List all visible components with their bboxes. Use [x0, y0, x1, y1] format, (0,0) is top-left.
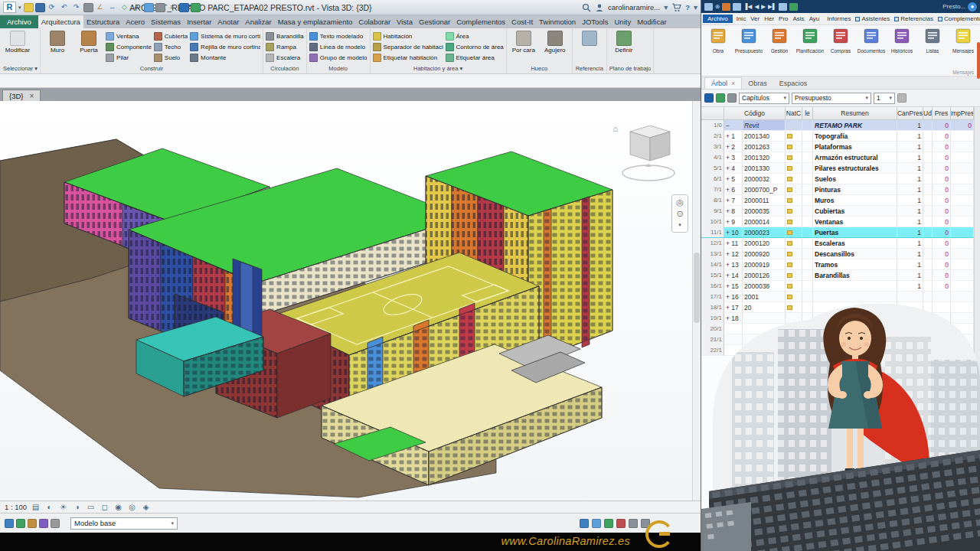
- budget-row[interactable]: 1/0−RevitRETAMO PARK100: [701, 120, 974, 131]
- viewport-scrollbar[interactable]: [692, 101, 701, 500]
- save-icon[interactable]: [704, 3, 713, 11]
- reference-plane-icon-button[interactable]: [575, 29, 604, 47]
- budget-row[interactable]: 6/1+ 52000032Suelos10: [701, 174, 974, 184]
- menu-asis[interactable]: Asis: [791, 15, 807, 23]
- viewcube-home-icon[interactable]: ⌂: [612, 124, 618, 133]
- window-icon[interactable]: [733, 3, 741, 11]
- rea-button[interactable]: Área: [446, 31, 504, 41]
- editable-only-icon[interactable]: [5, 519, 14, 528]
- etiquetar-rea-button[interactable]: Etiquetar área: [446, 53, 504, 63]
- budget-row[interactable]: 8/1+ 72000011Muros10: [701, 195, 974, 206]
- puerta-button[interactable]: Puerta: [74, 29, 103, 54]
- ribbon-tab-analizar[interactable]: Analizar: [242, 15, 274, 28]
- budget-row[interactable]: 14/1+ 132000919Tramos10: [701, 259, 974, 270]
- budget-row[interactable]: 19/1+ 18: [701, 313, 974, 324]
- measure-icon[interactable]: ∠: [95, 2, 106, 12]
- budget-row[interactable]: 10/1+ 92000014Ventanas10: [701, 217, 974, 227]
- rampa-button[interactable]: Rampa: [266, 42, 304, 52]
- user-icon[interactable]: [595, 3, 604, 12]
- sistema-de-muro-cortina-button[interactable]: Sistema de muro cortina: [190, 31, 260, 41]
- visual-style-icon[interactable]: ◐: [44, 503, 54, 511]
- scrollbar-thumb[interactable]: [694, 253, 700, 323]
- text-icon[interactable]: A: [132, 2, 142, 12]
- ribbon-tab-gestionar[interactable]: Gestionar: [416, 15, 453, 28]
- filter-icon[interactable]: [604, 519, 613, 528]
- suelo-button[interactable]: Suelo: [154, 53, 188, 63]
- navbar-caret-icon[interactable]: ▾: [678, 220, 681, 230]
- print-icon[interactable]: [83, 3, 93, 12]
- tree-view-icon[interactable]: [704, 93, 714, 103]
- reveal-hidden-icon[interactable]: ◎: [127, 503, 137, 511]
- select-pinned-icon[interactable]: [39, 519, 48, 528]
- panel-label-circulaci-n[interactable]: Circulación: [266, 64, 304, 73]
- budget-row[interactable]: 7/1+ 62000700_PPinturas10: [701, 184, 974, 195]
- ribbon-tab-arquitectura[interactable]: Arquitectura: [38, 15, 83, 28]
- muro-button[interactable]: Muro: [43, 29, 72, 54]
- column-header-c-digo[interactable]: Código: [724, 107, 786, 119]
- contorno-de-rea-button[interactable]: Contorno de área: [446, 42, 504, 52]
- budget-row[interactable]: 15/1+ 142000126Barandillas10: [701, 270, 974, 281]
- planificaci-n-button[interactable]: Planificación: [795, 28, 825, 67]
- budget-row[interactable]: 21/1: [701, 334, 974, 345]
- menu-toggle-referencias[interactable]: Referencias: [892, 15, 936, 23]
- plugin-green-icon[interactable]: [191, 3, 201, 12]
- column-header-pres[interactable]: Pres: [933, 107, 951, 119]
- por-cara-button[interactable]: Por cara: [509, 29, 538, 54]
- link-icon[interactable]: [789, 3, 798, 11]
- ribbon-tab-modificar[interactable]: Modificar: [634, 15, 670, 28]
- crop-view-icon[interactable]: ▭: [86, 503, 96, 511]
- budget-row[interactable]: 2/1+ 12001340Topografía10: [701, 131, 974, 142]
- app-store-cart-icon[interactable]: [671, 3, 681, 12]
- refresh-icon[interactable]: [897, 93, 906, 103]
- budget-row[interactable]: 12/1+ 112000120Escaleras10: [701, 238, 974, 249]
- design-option-select[interactable]: Modelo base ▾: [70, 517, 178, 530]
- ribbon-tab-archivo[interactable]: Archivo: [0, 15, 38, 28]
- show-crop-region-icon[interactable]: ◻: [100, 503, 109, 511]
- last-record-icon[interactable]: ▶▌: [768, 2, 776, 11]
- budget-row[interactable]: 5/1+ 42001330Pilares estructurales10: [701, 163, 974, 174]
- budget-row[interactable]: 4/1+ 32001320Armazón estructural10: [701, 152, 974, 163]
- panel-label-referencia[interactable]: Referencia: [575, 64, 604, 73]
- view-tab-3d[interactable]: {3D} ×: [2, 90, 41, 101]
- budget-row[interactable]: 13/1+ 122000920Descansillos10: [701, 249, 974, 259]
- select-links-icon[interactable]: [16, 519, 25, 528]
- cubierta-button[interactable]: Cubierta: [154, 31, 188, 41]
- help-caret-icon[interactable]: ▾: [694, 3, 697, 11]
- panel-label-hue-co[interactable]: Hue​co: [509, 64, 570, 73]
- 3d-view-icon[interactable]: [144, 3, 154, 12]
- listas-button[interactable]: Listas: [917, 28, 948, 67]
- etiquetar-habitaci-n-button[interactable]: Etiquetar habitación: [373, 53, 443, 63]
- panel-label-plano-de-trabajo[interactable]: Plano de trabajo: [609, 64, 652, 73]
- column-header-rownum[interactable]: [701, 107, 724, 119]
- open-icon[interactable]: [24, 3, 34, 12]
- obra-button[interactable]: Obra: [703, 28, 733, 67]
- budget-row[interactable]: 9/1+ 82000035Cubiertas10: [701, 206, 974, 217]
- sync-icon[interactable]: ⟳: [47, 2, 57, 12]
- search-icon[interactable]: [582, 3, 591, 12]
- menu-ver[interactable]: Ver: [748, 15, 762, 23]
- phase-select[interactable]: Presupuesto▾: [792, 93, 871, 104]
- ribbon-tab-colaborar[interactable]: Colaborar: [355, 15, 394, 28]
- mensajes-button[interactable]: Mensajes: [948, 28, 978, 67]
- menu-ayu[interactable]: Ayu: [807, 15, 822, 23]
- menu-archivo[interactable]: Archivo: [703, 15, 733, 23]
- ribbon-tab-vista[interactable]: Vista: [394, 15, 416, 28]
- presupuesto-button[interactable]: Presupuesto: [733, 28, 764, 67]
- scale-button[interactable]: 1 : 100: [5, 503, 27, 511]
- componente-button[interactable]: Componente: [106, 42, 152, 52]
- ribbon-tab-unity[interactable]: Unity: [611, 15, 634, 28]
- full-navigation-wheel-icon[interactable]: ◎: [676, 197, 684, 207]
- compras-button[interactable]: Compras: [825, 28, 856, 67]
- redo-icon[interactable]: ↷: [71, 2, 82, 12]
- close-tab-icon[interactable]: ×: [731, 80, 735, 87]
- signed-in-user[interactable]: carolinaramire...: [608, 3, 660, 11]
- budget-row[interactable]: 16/1+ 15200003810: [701, 281, 974, 292]
- budget-row[interactable]: 17/1+ 162001: [701, 292, 974, 302]
- l-nea-de-modelo-button[interactable]: Línea de modelo: [309, 42, 368, 52]
- menu-her[interactable]: Her: [762, 15, 776, 23]
- presto-user-icon[interactable]: ●: [968, 2, 977, 11]
- save-icon[interactable]: [35, 3, 45, 12]
- separador-de-habitaci-n-button[interactable]: Separador de habitación: [373, 42, 443, 52]
- column-header-imppres[interactable]: ImpPres: [951, 107, 974, 119]
- montante-button[interactable]: Montante: [190, 53, 260, 63]
